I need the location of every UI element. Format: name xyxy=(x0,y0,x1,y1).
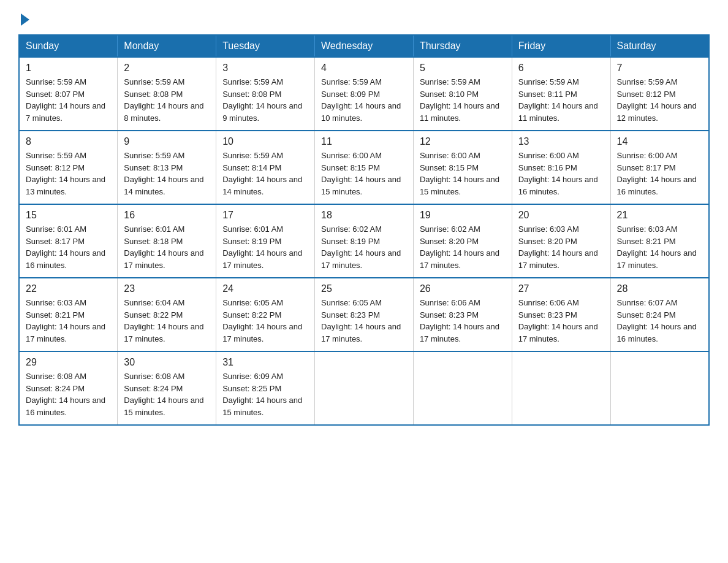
day-number: 16 xyxy=(124,210,210,221)
day-info: Sunrise: 6:09 AMSunset: 8:25 PMDaylight:… xyxy=(222,370,308,418)
day-number: 2 xyxy=(124,63,210,74)
calendar-cell-week0-day2: 3 Sunrise: 5:59 AMSunset: 8:08 PMDayligh… xyxy=(216,57,315,131)
day-number: 9 xyxy=(124,136,210,147)
day-number: 15 xyxy=(26,210,111,221)
day-info: Sunrise: 6:00 AMSunset: 8:17 PMDaylight:… xyxy=(617,150,702,197)
weekday-header-saturday: Saturday xyxy=(610,35,709,57)
day-number: 21 xyxy=(617,210,702,221)
day-number: 5 xyxy=(420,63,506,74)
day-info: Sunrise: 6:00 AMSunset: 8:16 PMDaylight:… xyxy=(518,150,604,197)
day-number: 22 xyxy=(26,283,111,294)
day-number: 30 xyxy=(124,357,210,368)
day-number: 31 xyxy=(222,357,308,368)
day-number: 10 xyxy=(222,136,308,147)
day-info: Sunrise: 5:59 AMSunset: 8:09 PMDaylight:… xyxy=(321,76,407,124)
calendar-cell-week0-day0: 1 Sunrise: 5:59 AMSunset: 8:07 PMDayligh… xyxy=(19,57,118,131)
calendar-cell-week1-day0: 8 Sunrise: 5:59 AMSunset: 8:12 PMDayligh… xyxy=(19,131,118,204)
day-number: 29 xyxy=(26,357,111,368)
day-info: Sunrise: 5:59 AMSunset: 8:14 PMDaylight:… xyxy=(222,150,308,197)
day-number: 24 xyxy=(222,283,308,294)
day-number: 4 xyxy=(321,63,407,74)
calendar-cell-week3-day4: 26 Sunrise: 6:06 AMSunset: 8:23 PMDaylig… xyxy=(413,278,512,351)
day-info: Sunrise: 6:08 AMSunset: 8:24 PMDaylight:… xyxy=(124,370,210,418)
day-number: 18 xyxy=(321,210,407,221)
logo xyxy=(18,12,29,23)
day-number: 3 xyxy=(222,63,308,74)
calendar-cell-week1-day5: 13 Sunrise: 6:00 AMSunset: 8:16 PMDaylig… xyxy=(512,131,610,204)
day-number: 1 xyxy=(26,63,111,74)
calendar-cell-week0-day1: 2 Sunrise: 5:59 AMSunset: 8:08 PMDayligh… xyxy=(118,57,216,131)
day-info: Sunrise: 5:59 AMSunset: 8:10 PMDaylight:… xyxy=(420,76,506,124)
day-info: Sunrise: 6:04 AMSunset: 8:22 PMDaylight:… xyxy=(124,297,210,345)
calendar-cell-week0-day3: 4 Sunrise: 5:59 AMSunset: 8:09 PMDayligh… xyxy=(315,57,414,131)
day-info: Sunrise: 6:06 AMSunset: 8:23 PMDaylight:… xyxy=(420,297,506,345)
day-info: Sunrise: 6:02 AMSunset: 8:20 PMDaylight:… xyxy=(420,223,506,271)
calendar-table: SundayMondayTuesdayWednesdayThursdayFrid… xyxy=(18,34,710,426)
day-info: Sunrise: 5:59 AMSunset: 8:08 PMDaylight:… xyxy=(222,76,308,124)
weekday-header-monday: Monday xyxy=(118,35,216,57)
calendar-cell-week4-day2: 31 Sunrise: 6:09 AMSunset: 8:25 PMDaylig… xyxy=(216,351,315,425)
calendar-cell-week3-day6: 28 Sunrise: 6:07 AMSunset: 8:24 PMDaylig… xyxy=(610,278,709,351)
day-number: 23 xyxy=(124,283,210,294)
day-info: Sunrise: 6:06 AMSunset: 8:23 PMDaylight:… xyxy=(518,297,604,345)
calendar-cell-week2-day0: 15 Sunrise: 6:01 AMSunset: 8:17 PMDaylig… xyxy=(19,204,118,278)
weekday-header-wednesday: Wednesday xyxy=(315,35,414,57)
calendar-cell-week3-day3: 25 Sunrise: 6:05 AMSunset: 8:23 PMDaylig… xyxy=(315,278,414,351)
calendar-cell-week2-day5: 20 Sunrise: 6:03 AMSunset: 8:20 PMDaylig… xyxy=(512,204,610,278)
logo-arrow-icon xyxy=(21,13,29,26)
day-info: Sunrise: 5:59 AMSunset: 8:08 PMDaylight:… xyxy=(124,76,210,124)
day-number: 7 xyxy=(617,63,702,74)
day-number: 27 xyxy=(518,283,604,294)
day-info: Sunrise: 6:07 AMSunset: 8:24 PMDaylight:… xyxy=(617,297,702,345)
day-number: 11 xyxy=(321,136,407,147)
day-info: Sunrise: 6:03 AMSunset: 8:21 PMDaylight:… xyxy=(26,297,111,345)
day-info: Sunrise: 5:59 AMSunset: 8:12 PMDaylight:… xyxy=(617,76,702,124)
day-number: 26 xyxy=(420,283,506,294)
calendar-cell-week3-day1: 23 Sunrise: 6:04 AMSunset: 8:22 PMDaylig… xyxy=(118,278,216,351)
calendar-cell-week1-day2: 10 Sunrise: 5:59 AMSunset: 8:14 PMDaylig… xyxy=(216,131,315,204)
day-info: Sunrise: 6:03 AMSunset: 8:21 PMDaylight:… xyxy=(617,223,702,271)
calendar-cell-week3-day5: 27 Sunrise: 6:06 AMSunset: 8:23 PMDaylig… xyxy=(512,278,610,351)
day-info: Sunrise: 6:05 AMSunset: 8:23 PMDaylight:… xyxy=(321,297,407,345)
day-number: 17 xyxy=(222,210,308,221)
day-info: Sunrise: 6:02 AMSunset: 8:19 PMDaylight:… xyxy=(321,223,407,271)
day-info: Sunrise: 6:08 AMSunset: 8:24 PMDaylight:… xyxy=(26,370,111,418)
day-info: Sunrise: 6:01 AMSunset: 8:19 PMDaylight:… xyxy=(222,223,308,271)
day-info: Sunrise: 5:59 AMSunset: 8:07 PMDaylight:… xyxy=(26,76,111,124)
calendar-cell-week0-day6: 7 Sunrise: 5:59 AMSunset: 8:12 PMDayligh… xyxy=(610,57,709,131)
calendar-cell-week2-day1: 16 Sunrise: 6:01 AMSunset: 8:18 PMDaylig… xyxy=(118,204,216,278)
calendar-cell-week4-day1: 30 Sunrise: 6:08 AMSunset: 8:24 PMDaylig… xyxy=(118,351,216,425)
calendar-cell-week2-day6: 21 Sunrise: 6:03 AMSunset: 8:21 PMDaylig… xyxy=(610,204,709,278)
calendar-cell-week1-day3: 11 Sunrise: 6:00 AMSunset: 8:15 PMDaylig… xyxy=(315,131,414,204)
day-number: 19 xyxy=(420,210,506,221)
day-info: Sunrise: 5:59 AMSunset: 8:12 PMDaylight:… xyxy=(26,150,111,197)
weekday-header-tuesday: Tuesday xyxy=(216,35,315,57)
calendar-cell-week2-day2: 17 Sunrise: 6:01 AMSunset: 8:19 PMDaylig… xyxy=(216,204,315,278)
weekday-header-sunday: Sunday xyxy=(19,35,118,57)
calendar-cell-week3-day2: 24 Sunrise: 6:05 AMSunset: 8:22 PMDaylig… xyxy=(216,278,315,351)
day-number: 8 xyxy=(26,136,111,147)
calendar-cell-week4-day3 xyxy=(315,351,414,425)
calendar-cell-week2-day4: 19 Sunrise: 6:02 AMSunset: 8:20 PMDaylig… xyxy=(413,204,512,278)
calendar-cell-week1-day4: 12 Sunrise: 6:00 AMSunset: 8:15 PMDaylig… xyxy=(413,131,512,204)
calendar-cell-week4-day4 xyxy=(413,351,512,425)
day-info: Sunrise: 5:59 AMSunset: 8:11 PMDaylight:… xyxy=(518,76,604,124)
calendar-cell-week2-day3: 18 Sunrise: 6:02 AMSunset: 8:19 PMDaylig… xyxy=(315,204,414,278)
day-info: Sunrise: 6:00 AMSunset: 8:15 PMDaylight:… xyxy=(321,150,407,197)
weekday-header-thursday: Thursday xyxy=(413,35,512,57)
day-number: 13 xyxy=(518,136,604,147)
calendar-cell-week4-day0: 29 Sunrise: 6:08 AMSunset: 8:24 PMDaylig… xyxy=(19,351,118,425)
day-number: 12 xyxy=(420,136,506,147)
calendar-cell-week1-day6: 14 Sunrise: 6:00 AMSunset: 8:17 PMDaylig… xyxy=(610,131,709,204)
day-info: Sunrise: 5:59 AMSunset: 8:13 PMDaylight:… xyxy=(124,150,210,197)
day-info: Sunrise: 6:01 AMSunset: 8:18 PMDaylight:… xyxy=(124,223,210,271)
calendar-cell-week4-day5 xyxy=(512,351,610,425)
day-number: 20 xyxy=(518,210,604,221)
calendar-cell-week1-day1: 9 Sunrise: 5:59 AMSunset: 8:13 PMDayligh… xyxy=(118,131,216,204)
day-number: 25 xyxy=(321,283,407,294)
day-info: Sunrise: 6:00 AMSunset: 8:15 PMDaylight:… xyxy=(420,150,506,197)
day-info: Sunrise: 6:01 AMSunset: 8:17 PMDaylight:… xyxy=(26,223,111,271)
calendar-cell-week0-day5: 6 Sunrise: 5:59 AMSunset: 8:11 PMDayligh… xyxy=(512,57,610,131)
day-info: Sunrise: 6:03 AMSunset: 8:20 PMDaylight:… xyxy=(518,223,604,271)
weekday-header-friday: Friday xyxy=(512,35,610,57)
